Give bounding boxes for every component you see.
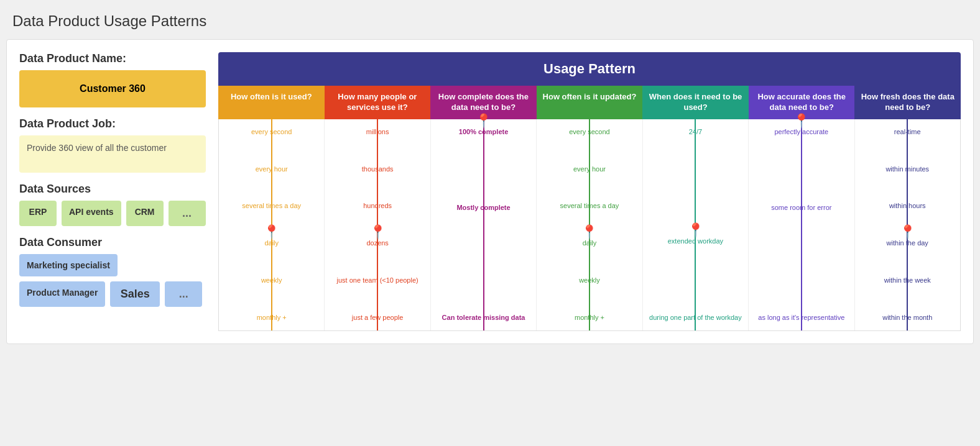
product-name-box: Customer 360: [19, 70, 206, 107]
product-job-box: Provide 360 view of all the customer: [19, 135, 206, 173]
right-panel: Usage Pattern How often is it used? How …: [218, 52, 961, 331]
chart-col-completeness: 100% complete 📍 Mostly complete Can tole…: [431, 119, 537, 330]
chart-body: every second every hour several times a …: [218, 119, 961, 331]
fresh-pin: 📍: [899, 224, 916, 240]
when-label-3: extended workday 📍: [645, 235, 746, 248]
comp-label-0: 100% complete 📍: [433, 125, 534, 139]
consumer-more[interactable]: ...: [165, 281, 202, 307]
col-header-when: When does it need to be used?: [642, 86, 749, 119]
chart-col-frequency: every second every hour several times a …: [219, 119, 325, 330]
freq-label-3: daily 📍: [221, 237, 321, 250]
ppl-label-3: dozens 📍: [327, 237, 427, 250]
source-more[interactable]: ...: [169, 201, 206, 226]
source-api[interactable]: API events: [62, 201, 121, 226]
freq-pin: 📍: [263, 224, 280, 240]
consumer-sales[interactable]: Sales: [110, 281, 160, 307]
ppl-pin: 📍: [369, 224, 386, 240]
page-title: Data Product Usage Patterns: [6, 6, 974, 39]
col-header-frequency: How often is it used?: [218, 86, 325, 119]
product-job-label: Data Product Job:: [19, 117, 206, 130]
source-erp[interactable]: ERP: [19, 201, 57, 226]
when-pin: 📍: [687, 222, 704, 239]
col-header-people: How many people or services use it?: [325, 86, 431, 119]
data-consumer-label: Data Consumer: [19, 236, 206, 249]
chart-col-accuracy: perfectly accurate 📍 some room for error…: [749, 119, 854, 330]
chart-col-people: millions thousands hundreds dozens 📍 jus…: [325, 119, 430, 330]
acc-pin: 📍: [793, 113, 810, 129]
chart-col-freshness: real-time within minutes within hours wi…: [855, 119, 960, 330]
consumer-product-manager[interactable]: Product Manager: [19, 281, 105, 307]
comp-pin: 📍: [475, 113, 492, 129]
consumer-marketing[interactable]: Marketing specialist: [19, 254, 118, 276]
upd-pin: 📍: [581, 224, 598, 240]
fresh-label-3: within the day 📍: [858, 237, 958, 250]
data-sources-label: Data Sources: [19, 183, 206, 196]
product-name-label: Data Product Name:: [19, 52, 206, 65]
usage-pattern-header: Usage Pattern: [218, 52, 961, 86]
main-card: Data Product Name: Customer 360 Data Pro…: [6, 39, 974, 344]
source-crm[interactable]: CRM: [126, 201, 164, 226]
column-headers-row: How often is it used? How many people or…: [218, 86, 961, 119]
chart-col-update: every second every hour several times a …: [537, 119, 642, 330]
left-panel: Data Product Name: Customer 360 Data Pro…: [19, 52, 206, 331]
chart-col-when: 24/7 extended workday 📍 during one part …: [643, 119, 749, 330]
upd-label-3: daily 📍: [539, 237, 639, 250]
data-sources-row: ERP API events CRM ...: [19, 201, 206, 226]
col-header-freshness: How fresh does the data need to be?: [854, 86, 961, 119]
data-consumers-row: Marketing specialist Product Manager Sal…: [19, 254, 206, 307]
col-header-update: How often is it updated?: [537, 86, 643, 119]
acc-label-0: perfectly accurate 📍: [751, 125, 851, 139]
